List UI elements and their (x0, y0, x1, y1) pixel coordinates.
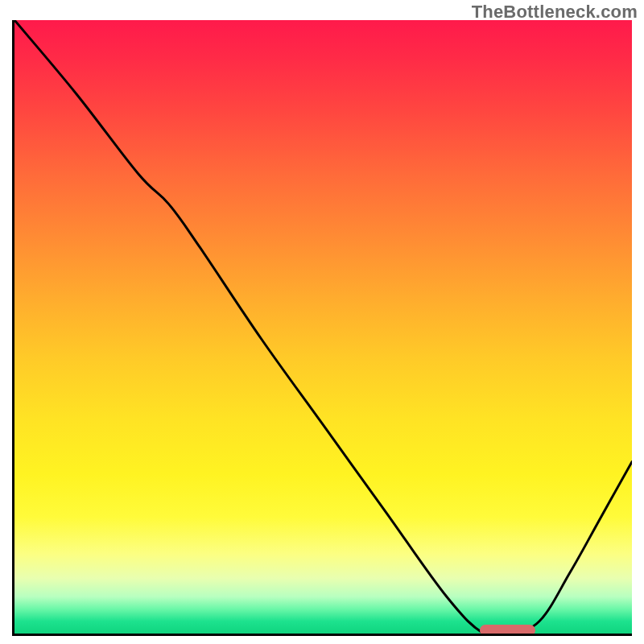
optimal-marker (480, 625, 535, 636)
bottleneck-curve (14, 20, 632, 634)
chart-plot-area (12, 20, 632, 636)
curve-svg (14, 20, 632, 634)
chart-container: TheBottleneck.com (0, 0, 644, 644)
